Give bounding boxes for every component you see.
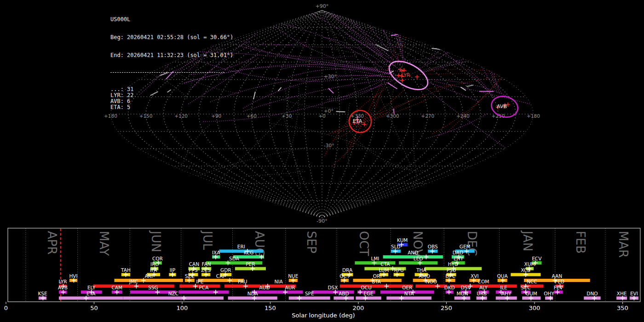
equator-label: +270 bbox=[421, 113, 434, 119]
shower-label-LYR: LYR bbox=[58, 279, 67, 284]
trail-lyr-fwd bbox=[423, 49, 572, 73]
shower-label-NZC: NZC bbox=[168, 291, 178, 296]
month-label-AUG: AUG bbox=[253, 231, 266, 257]
shower-label-DAD: DAD bbox=[453, 250, 463, 255]
shower-counts: ...: 31LYR: 22AVB: 6ETA: 5 bbox=[110, 86, 233, 110]
shower-label-THA: THA bbox=[416, 267, 426, 273]
shower-label-PER: PER bbox=[246, 261, 255, 267]
trail-sporadic bbox=[419, 9, 434, 70]
trail-lyr-back bbox=[242, 80, 388, 112]
shower-bar-NOO bbox=[415, 285, 447, 288]
radiant-meteor-mark bbox=[397, 74, 401, 78]
trail-eta-red bbox=[344, 28, 403, 158]
trail-lyr-back bbox=[299, 0, 392, 51]
trail-lyr-back bbox=[282, 0, 389, 58]
trail-lyr-back bbox=[274, 26, 397, 71]
radiant-meteor-mark bbox=[362, 122, 367, 126]
x-tick-label-0: 0 bbox=[4, 305, 8, 311]
shower-label-ABD: ABD bbox=[339, 291, 349, 296]
equator-label: +180 bbox=[527, 113, 540, 119]
shower-label-OCT: OCT bbox=[339, 273, 350, 279]
shower-bar-EGE bbox=[356, 297, 381, 300]
shower-label-CTA: CTA bbox=[380, 261, 390, 267]
trail-lyr-back bbox=[242, 75, 396, 109]
radiant-label-ETA: ETA bbox=[353, 118, 362, 124]
shower-label-PPS: PPS bbox=[189, 267, 198, 273]
shower-label-HVI: HVI bbox=[69, 273, 77, 279]
begin-time: Beg: 20260421 02:55:28 (sol = 30.66°) bbox=[110, 34, 233, 40]
shower-label-PSU: PSU bbox=[447, 267, 456, 273]
trail-lyr-back bbox=[268, 0, 400, 70]
shower-label-AUD: AUD bbox=[259, 285, 270, 290]
trail-avb bbox=[493, 59, 501, 93]
x-tick-label-250: 250 bbox=[441, 305, 452, 311]
trail-gray-top bbox=[331, 48, 381, 56]
trail-gray-top bbox=[437, 8, 481, 25]
end-time: End: 20260421 11:32:23 (sol = 31.01°) bbox=[110, 52, 233, 58]
shower-label-XCB: XCB bbox=[521, 267, 530, 273]
shower-label-SLD: SLD bbox=[391, 244, 401, 249]
shower-label-GDR: GDR bbox=[220, 267, 231, 273]
shower-label-SZC: SZC bbox=[185, 273, 195, 279]
trail-sporadic bbox=[480, 47, 512, 76]
shower-label-STA: STA bbox=[372, 279, 381, 284]
shower-bar-ETA bbox=[59, 297, 123, 300]
shower-label-IIP: IIP bbox=[170, 267, 176, 273]
shower-label-ALY: ALY bbox=[479, 285, 488, 290]
trail-lyr-back bbox=[380, 0, 403, 59]
meteor-streak bbox=[253, 92, 255, 99]
trail-sporadic bbox=[282, 86, 299, 173]
shower-label-EVI: EVI bbox=[630, 291, 638, 296]
shower-label-KSE: KSE bbox=[38, 291, 47, 296]
trail-sporadic bbox=[273, 96, 339, 109]
x-tick-label-100: 100 bbox=[177, 305, 188, 311]
shower-label-URS: URS bbox=[477, 291, 487, 296]
meteor-streak bbox=[466, 85, 473, 86]
shower-label-NIA: NIA bbox=[275, 279, 283, 284]
shower-label-HYD: HYD bbox=[448, 261, 458, 267]
shower-bar-NTA bbox=[386, 297, 431, 300]
shower-label-NCC: NCC bbox=[527, 279, 537, 284]
trail-red-right bbox=[426, 69, 518, 75]
shower-label-OBS: OBS bbox=[428, 244, 438, 249]
equator-label: +60 bbox=[247, 113, 257, 119]
shower-bar-CAP bbox=[198, 279, 244, 282]
shower-label-CAN: CAN bbox=[189, 261, 199, 267]
trail-avb bbox=[467, 7, 499, 93]
equator-label: +240 bbox=[456, 113, 470, 119]
trail-lyr-back bbox=[283, 0, 381, 54]
shower-label-JMC: JMC bbox=[129, 279, 138, 284]
month-label-OCT: OCT bbox=[357, 231, 371, 256]
meteor-streak bbox=[460, 87, 466, 90]
shower-label-DNO: DNO bbox=[586, 291, 598, 296]
meteor-streak bbox=[512, 63, 518, 66]
x-tick-label-300: 300 bbox=[529, 305, 540, 311]
trail-sporadic bbox=[380, 96, 413, 170]
x-tick-label-150: 150 bbox=[264, 305, 276, 311]
meteor-streak bbox=[391, 34, 403, 36]
shower-label-AMO: AMO bbox=[419, 273, 430, 279]
x-axis-title: Solar longitude (deg) bbox=[292, 312, 355, 319]
shower-label-EGE: EGE bbox=[363, 291, 373, 296]
shower-label-ARI: ARI bbox=[144, 273, 153, 279]
shower-bar-NZC bbox=[123, 297, 224, 300]
trail-lyr-back bbox=[353, 0, 405, 61]
latitude-label: -30° bbox=[324, 143, 334, 148]
trail-gray-top bbox=[349, 64, 405, 69]
shower-label-PCA: PCA bbox=[199, 285, 209, 290]
trail-sporadic bbox=[349, 131, 410, 170]
meteor-plot-window: +90°-90°+180+150+120+90+60+30+0+330+300+… bbox=[0, 0, 644, 322]
shower-label-LUM: LUM bbox=[379, 267, 389, 273]
plot-canvas: +90°-90°+180+150+120+90+60+30+0+330+300+… bbox=[0, 0, 644, 322]
radiant-meteor-mark bbox=[400, 78, 404, 82]
shower-bar-SPE bbox=[289, 297, 330, 300]
trail-red-right bbox=[420, 74, 496, 75]
month-label-SEP: SEP bbox=[305, 231, 318, 253]
trail-lyr-back bbox=[342, 0, 403, 61]
shower-label-DSV: DSV bbox=[461, 285, 472, 290]
shower-label-ECV: ECV bbox=[532, 256, 542, 261]
trail-lyr-fwd bbox=[426, 3, 518, 64]
month-label-JAN: JAN bbox=[521, 230, 535, 251]
shower-bar-AUR bbox=[277, 291, 303, 294]
shower-label-CAM: CAM bbox=[112, 285, 123, 290]
